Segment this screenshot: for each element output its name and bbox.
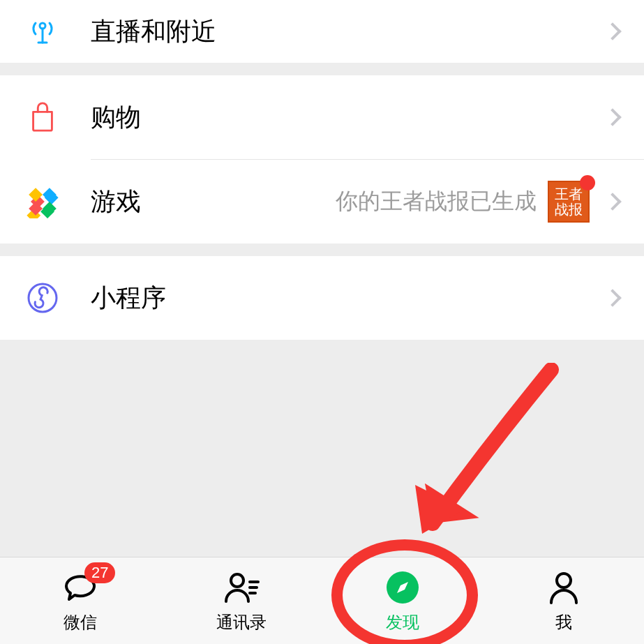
tab-label: 发现 — [386, 611, 419, 634]
games-thumbnail: 王者 战报 — [548, 181, 590, 223]
row-label: 购物 — [91, 100, 606, 135]
row-live-nearby[interactable]: 直播和附近 — [0, 0, 644, 63]
chat-bubble-icon: 27 — [61, 568, 100, 607]
row-label: 小程序 — [91, 281, 606, 315]
person-icon — [544, 568, 583, 607]
shopping-bag-icon — [25, 100, 60, 135]
tab-me[interactable]: 我 — [483, 557, 644, 644]
notification-dot — [580, 175, 595, 190]
tab-contacts[interactable]: 通讯录 — [161, 557, 322, 644]
row-label: 游戏 — [91, 185, 336, 219]
row-label: 直播和附近 — [91, 15, 606, 49]
tab-label: 通讯录 — [216, 611, 267, 634]
games-icon — [25, 184, 60, 219]
compass-icon — [383, 568, 422, 607]
svg-point-12 — [231, 574, 244, 587]
row-games[interactable]: 游戏 你的王者战报已生成 王者 战报 — [0, 160, 644, 244]
row-miniprogram[interactable]: 小程序 — [0, 256, 644, 340]
tab-chat[interactable]: 27 微信 — [0, 557, 161, 644]
contacts-icon — [222, 568, 261, 607]
row-shopping[interactable]: 购物 — [0, 75, 644, 159]
tab-label: 微信 — [63, 611, 97, 634]
svg-point-17 — [557, 574, 571, 587]
chevron-right-icon — [604, 108, 621, 126]
chevron-right-icon — [604, 22, 621, 40]
row-hint: 你的王者战报已生成 — [336, 186, 537, 217]
chevron-right-icon — [604, 193, 621, 210]
tab-discover[interactable]: 发现 — [322, 557, 484, 644]
unread-badge: 27 — [84, 562, 115, 583]
miniprogram-icon — [25, 280, 60, 315]
tab-label: 我 — [555, 611, 572, 634]
live-icon — [25, 14, 60, 49]
empty-space — [0, 340, 644, 542]
tab-bar: 27 微信 通讯录 发现 — [0, 557, 644, 644]
chevron-right-icon — [604, 289, 621, 306]
